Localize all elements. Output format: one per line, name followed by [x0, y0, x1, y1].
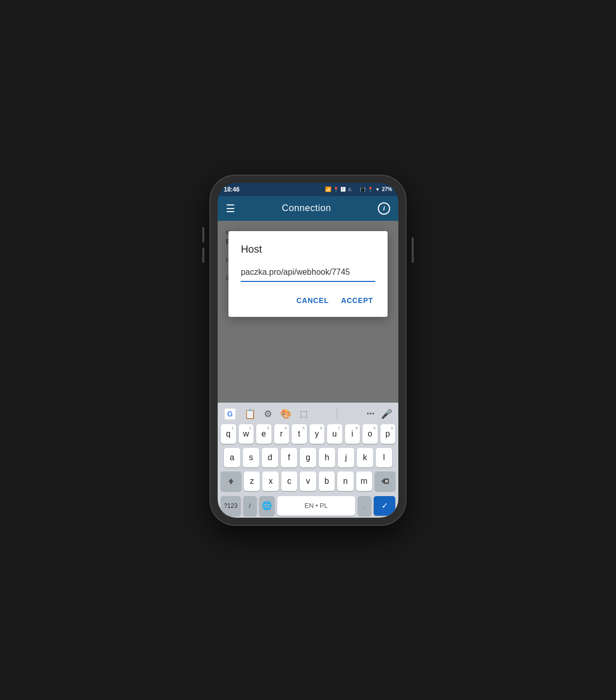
hamburger-menu-icon[interactable]: ☰: [226, 202, 235, 215]
battery-text: 27%: [382, 186, 392, 192]
dialog-title: Host: [241, 243, 375, 255]
status-icons: 📶 📍 🅿 ⚠ 📳 📍 ▼ 27%: [325, 186, 392, 192]
key-e[interactable]: e3: [256, 424, 272, 444]
phone-device: 18:46 📶 📍 🅿 ⚠ 📳 📍 ▼ 27% ☰ Connection i: [210, 176, 406, 525]
info-button[interactable]: i: [378, 202, 390, 215]
keyboard-toolbar-right: ••• 🎤: [367, 408, 392, 420]
delete-key[interactable]: [375, 471, 395, 491]
app-bar-title: Connection: [282, 203, 331, 214]
cancel-button[interactable]: CANCEL: [294, 292, 331, 309]
keyboard-toolbar-left: G 📋 ⚙ 🎨 ⬚: [224, 408, 307, 420]
volume-down-button[interactable]: [202, 248, 204, 263]
keyboard-bottom-row: ?123 / 🌐 EN • PL . ✓: [221, 496, 395, 516]
key-j[interactable]: j: [338, 448, 354, 467]
mic-icon[interactable]: 🎤: [381, 408, 392, 420]
parking-icon: 🅿: [341, 187, 345, 192]
key-c[interactable]: c: [281, 471, 297, 491]
key-h[interactable]: h: [319, 448, 335, 467]
keyboard: G 📋 ⚙ 🎨 ⬚ ••• 🎤 q1 w2: [218, 403, 398, 518]
keyboard-row-3: z x c v b n m: [221, 471, 395, 491]
vibrate-icon: 📳: [360, 187, 365, 192]
key-y[interactable]: y6: [310, 424, 325, 444]
period-key[interactable]: .: [358, 496, 371, 516]
more-icon[interactable]: •••: [367, 410, 375, 418]
toolbar-divider: [337, 409, 337, 419]
power-button[interactable]: [412, 237, 414, 263]
dialog-actions: CANCEL ACCEPT: [241, 292, 375, 309]
frame-icon[interactable]: ⬚: [300, 409, 307, 419]
alert-icon: ⚠: [348, 187, 352, 192]
space-key[interactable]: EN • PL: [277, 496, 355, 516]
settings-icon[interactable]: ⚙: [264, 408, 272, 420]
key-t[interactable]: t5: [292, 424, 307, 444]
key-z[interactable]: z: [244, 471, 260, 491]
key-b[interactable]: b: [319, 471, 335, 491]
wifi-icon: ▼: [375, 187, 380, 192]
keyboard-row-1: q1 w2 e3 r4 t5 y6 u7 i8 o9 p0: [221, 424, 395, 444]
app-bar: ☰ Connection i: [218, 196, 398, 221]
key-q[interactable]: q1: [221, 424, 236, 444]
signal-icon: 📶: [325, 186, 331, 192]
phone-screen: 18:46 📶 📍 🅿 ⚠ 📳 📍 ▼ 27% ☰ Connection i: [218, 183, 398, 518]
main-content: Mode Pr... H... Id... Host: [218, 221, 398, 403]
key-k[interactable]: k: [357, 448, 373, 467]
status-time: 18:46: [224, 186, 240, 193]
location-icon: 📍: [333, 187, 339, 192]
dialog-overlay: Host CANCEL ACCEPT: [218, 221, 398, 403]
keyboard-rows: q1 w2 e3 r4 t5 y6 u7 i8 o9 p0 a s d f: [220, 424, 396, 516]
clipboard-icon[interactable]: 📋: [244, 408, 256, 420]
enter-key[interactable]: ✓: [374, 496, 395, 516]
host-dialog: Host CANCEL ACCEPT: [228, 231, 388, 317]
volume-up-button[interactable]: [202, 227, 204, 242]
key-o[interactable]: o9: [362, 424, 378, 444]
shift-key[interactable]: [221, 471, 241, 491]
key-g[interactable]: g: [300, 448, 316, 467]
palette-icon[interactable]: 🎨: [280, 408, 292, 420]
key-i[interactable]: i8: [345, 424, 360, 444]
key-p[interactable]: p0: [380, 424, 396, 444]
key-r[interactable]: r4: [274, 424, 290, 444]
slash-key[interactable]: /: [243, 496, 257, 516]
dialog-input-container[interactable]: [241, 266, 375, 282]
key-m[interactable]: m: [356, 471, 372, 491]
keyboard-toolbar: G 📋 ⚙ 🎨 ⬚ ••• 🎤: [220, 406, 396, 424]
key-x[interactable]: x: [262, 471, 278, 491]
accept-button[interactable]: ACCEPT: [339, 292, 375, 309]
google-g-icon[interactable]: G: [224, 408, 236, 420]
globe-key[interactable]: 🌐: [259, 496, 275, 516]
key-w[interactable]: w2: [239, 424, 254, 444]
keyboard-row-2: a s d f g h j k l: [221, 448, 395, 467]
key-a[interactable]: a: [224, 448, 240, 467]
key-v[interactable]: v: [300, 471, 316, 491]
key-f[interactable]: f: [281, 448, 297, 467]
key-u[interactable]: u7: [327, 424, 342, 444]
num-key[interactable]: ?123: [221, 496, 241, 516]
key-l[interactable]: l: [376, 448, 392, 467]
key-n[interactable]: n: [337, 471, 353, 491]
location-icon2: 📍: [368, 187, 373, 192]
key-d[interactable]: d: [262, 448, 278, 467]
status-bar: 18:46 📶 📍 🅿 ⚠ 📳 📍 ▼ 27%: [218, 183, 398, 196]
key-s[interactable]: s: [243, 448, 259, 467]
host-input[interactable]: [241, 266, 375, 279]
